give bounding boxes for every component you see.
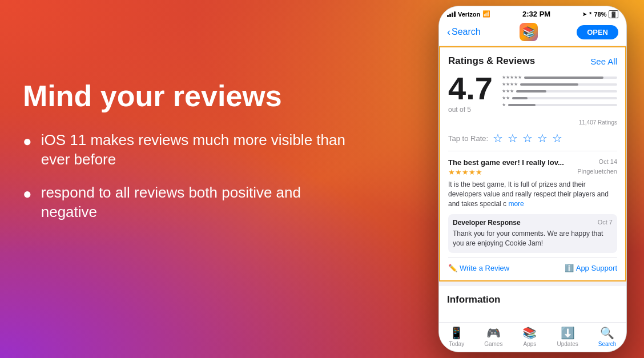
wifi-icon: 📶 [482,10,490,18]
time-label: 2:32 PM [522,10,550,18]
bar-fill-4 [520,83,578,86]
star-3[interactable]: ☆ [522,131,533,145]
bar-row-4: ★★★★ [502,82,617,87]
ratings-card: Ratings & Reviews See All 4.7 out of 5 ★… [439,46,626,281]
tap-label: Tap to Rate: [448,134,488,143]
write-review-label: Write a Review [460,264,509,272]
review-header: The best game ever! I really lov... Oct … [448,158,617,167]
review-body: It is the best game, It is full of prize… [448,180,617,208]
card-title: Ratings & Reviews [448,55,535,67]
tab-updates[interactable]: ⬇️ Updates [557,326,578,347]
rating-bars: ★★★★★ ★★★★ ★★★ ★★ [502,73,617,109]
review-item: The best game ever! I really lov... Oct … [448,158,617,208]
bar-row-1: ★ [502,102,617,107]
stars-row[interactable]: ☆ ☆ ☆ ☆ ☆ [493,131,562,145]
bar-fill-2 [512,97,528,99]
bullet-item-2: respond to all reviews both positive and… [23,183,354,222]
tab-games-label: Games [484,341,502,347]
nav-bar: ‹ Search 📚 OPEN [439,21,626,46]
left-panel: Mind your reviews iOS 11 makes reviews m… [23,80,354,235]
tab-updates-label: Updates [557,341,578,347]
dev-response: Developer Response Oct 7 Thank you for y… [448,214,617,253]
app-support-button[interactable]: ℹ️ App Support [565,264,617,272]
back-label: Search [452,27,481,37]
bar-track-1 [508,104,617,106]
tab-apps-label: Apps [524,341,537,347]
dev-header: Developer Response Oct 7 [453,219,613,227]
tab-search-label: Search [598,341,617,347]
review-stars: ★★★★★ [448,168,482,176]
open-button[interactable]: OPEN [577,25,618,39]
location-icon: ➤ [582,11,587,17]
phone-content: Ratings & Reviews See All 4.7 out of 5 ★… [439,46,626,313]
status-right: ➤ * 78% ▓ [582,10,618,18]
battery-label: 78% [594,11,606,18]
bar-stars-3: ★★★ [502,89,514,94]
bar-track-2 [512,97,617,99]
review-stars-row: ★★★★★ Pingeluetchen [448,168,617,178]
tap-to-rate: Tap to Rate: ☆ ☆ ☆ ☆ ☆ [448,131,617,151]
signal-icon [447,11,456,17]
today-icon: 📱 [449,326,464,340]
big-rating: 4.7 out of 5 [448,73,493,114]
bar-stars-1: ★ [502,102,506,107]
bar-track-5 [524,77,617,79]
back-button[interactable]: ‹ Search [447,26,481,38]
tab-today-label: Today [449,341,465,347]
dev-response-date: Oct 7 [598,219,613,227]
review-date: Oct 14 [599,158,617,167]
main-title: Mind your reviews [23,80,354,112]
bluetooth-icon: * [589,11,591,18]
tab-search[interactable]: 🔍 Search [598,326,617,347]
tab-today[interactable]: 📱 Today [449,326,465,347]
tab-bar: 📱 Today 🎮 Games 📚 Apps ⬇️ Updates 🔍 Sear… [439,322,626,352]
star-4[interactable]: ☆ [537,131,548,145]
bar-row-2: ★★ [502,95,617,100]
app-support-icon: ℹ️ [565,264,574,272]
bar-fill-3 [516,90,546,92]
bar-stars-2: ★★ [502,95,510,100]
info-section: Information [439,286,626,313]
carrier-label: Verizon [458,11,480,18]
bar-track-3 [516,90,617,92]
back-chevron-icon: ‹ [447,26,450,38]
star-5[interactable]: ☆ [552,131,562,145]
card-header: Ratings & Reviews See All [448,55,617,67]
status-left: Verizon 📶 [447,10,490,18]
search-icon: 🔍 [600,326,614,340]
review-author: Pingeluetchen [577,168,617,178]
bar-row-5: ★★★★★ [502,75,617,80]
rating-label: out of 5 [448,106,493,114]
review-title: The best game ever! I really lov... [448,158,564,167]
battery-icon: ▓ [609,10,618,18]
status-bar: Verizon 📶 2:32 PM ➤ * 78% ▓ [439,6,626,21]
write-review-icon: ✏️ [448,264,457,272]
card-actions: ✏️ Write a Review ℹ️ App Support [448,258,617,272]
bar-fill-1 [508,104,536,106]
bar-track-4 [520,83,617,86]
rating-section: 4.7 out of 5 ★★★★★ ★★★★ ★★★ [448,73,617,114]
review-text: It is the best game, It is full of prize… [448,180,609,208]
star-1[interactable]: ☆ [493,131,503,145]
rating-number: 4.7 [448,73,493,104]
updates-icon: ⬇️ [561,326,575,340]
bar-fill-5 [524,77,603,79]
star-2[interactable]: ☆ [508,131,518,145]
tab-games[interactable]: 🎮 Games [484,326,502,347]
bar-stars-4: ★★★★ [502,82,518,87]
tab-apps[interactable]: 📚 Apps [522,326,537,347]
bullet-list: iOS 11 makes reviews much more visible t… [23,131,354,222]
app-support-label: App Support [576,264,617,272]
dev-response-title: Developer Response [453,219,521,227]
info-title: Information [447,294,501,305]
bar-stars-5: ★★★★★ [502,75,522,80]
dev-response-body: Thank you for your comments. We are happ… [453,229,613,248]
bar-row-3: ★★★ [502,89,617,94]
write-review-button[interactable]: ✏️ Write a Review [448,264,509,272]
games-icon: 🎮 [486,326,501,340]
bullet-item-1: iOS 11 makes reviews much more visible t… [23,131,354,170]
app-icon: 📚 [520,23,538,41]
review-more[interactable]: more [508,200,524,208]
see-all-button[interactable]: See All [590,57,617,66]
apps-icon: 📚 [522,326,537,340]
